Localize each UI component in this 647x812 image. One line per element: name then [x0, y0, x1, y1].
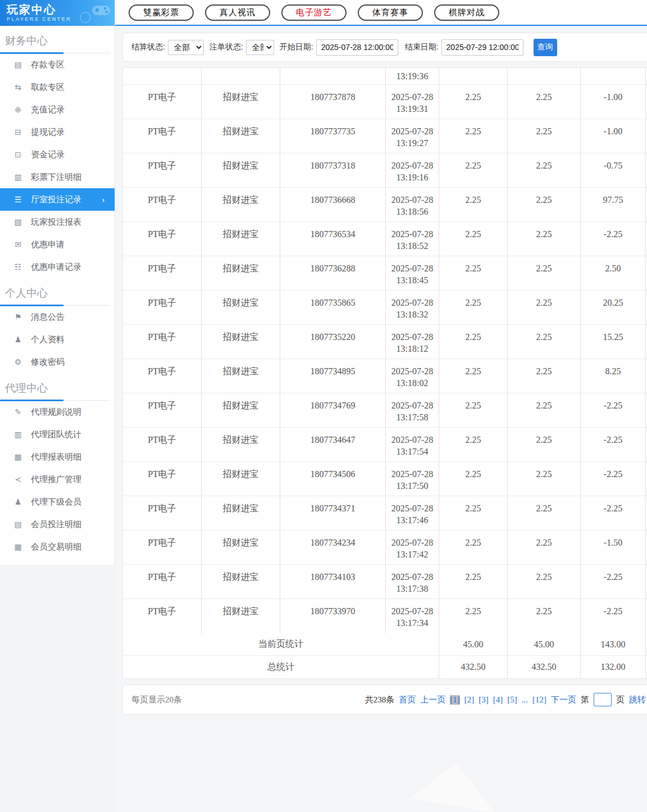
cell-order-no: 1807735220 [280, 325, 385, 359]
settle-status-select[interactable]: 全部 [168, 40, 204, 55]
sidebar-item[interactable]: ✉ 优惠申请 [0, 233, 115, 256]
next-page-link[interactable]: 下一页 [551, 695, 576, 705]
sidebar-item[interactable]: ♟ 代理下级会员 [0, 491, 115, 513]
page-number-link[interactable]: [2] [464, 695, 475, 705]
page-summary-label: 当前页统计 [123, 633, 439, 655]
cell-win-loss: -2.25 [580, 462, 645, 496]
table-row: PT电子 招财进宝 1807735865 2025-07-2813:18:32 … [123, 291, 647, 325]
sidebar-item[interactable]: ⊕ 充值记录 [0, 98, 115, 121]
cell-game-type: PT电子 [123, 222, 201, 256]
cell-order-no: 1807734647 [280, 428, 385, 461]
sidebar-item-label: 存款专区 [31, 60, 65, 70]
cell-datetime: 2025-07-2813:17:46 [385, 496, 439, 530]
page-number-link[interactable]: [1] [450, 695, 460, 705]
gear-icon: ⚙ [13, 357, 22, 366]
cell-datetime: 2025-07-2813:17:54 [385, 428, 439, 461]
sidebar-item-label: 取款专区 [31, 82, 65, 93]
sidebar-item-label: 代理规则说明 [31, 407, 81, 418]
table-row: PT电子 招财进宝 1807734103 2025-07-2813:17:38 … [123, 565, 647, 599]
page-number-link[interactable]: [3] [479, 695, 489, 705]
sidebar-item[interactable]: ♟ 个人资料 [0, 328, 115, 351]
jump-page-input[interactable] [594, 693, 612, 706]
sidebar-item[interactable]: ⊡ 资金记录 [0, 143, 115, 166]
sidebar: 玩家中心 PLAYERS CENTER 财务中心 ▤ 存款专区 [0, 0, 115, 565]
sidebar-item-label: 玩家投注报表 [31, 217, 81, 228]
sidebar-item[interactable]: ⚑ 消息公告 [0, 306, 115, 328]
deposit-icon: ▤ [13, 60, 22, 69]
page-number-link[interactable]: [4] [493, 695, 503, 705]
sidebar-item[interactable]: ≺ 代理推广管理 [0, 468, 115, 491]
cell-bet-amount: 2.25 [439, 565, 507, 598]
page-summary-result: 143.00 [580, 633, 645, 655]
top-nav-tab[interactable]: 体育赛事 [358, 4, 423, 21]
gamepad-icon [78, 2, 111, 24]
sidebar-item[interactable]: ▤ 会员投注明细 [0, 513, 115, 536]
table-row: PT电子 招财进宝 1807736668 2025-07-2813:18:56 … [123, 188, 647, 222]
cell-datetime: 2025-07-2813:19:27 [385, 119, 439, 153]
cell-datetime: 2025-07-2813:18:32 [385, 291, 439, 324]
cell-valid-bet: 2.25 [507, 428, 580, 461]
sidebar-item[interactable]: ▧ 玩家投注报表 [0, 211, 115, 233]
per-page-label: 每页显示20条 [131, 695, 182, 705]
section-title: 财务中心 [0, 26, 115, 53]
sidebar-item[interactable]: ⇆ 取款专区 [0, 76, 115, 98]
table-row: PT电子 招财进宝 1807734769 2025-07-2813:17:58 … [123, 393, 647, 428]
cell-game-name: 招财进宝 [201, 428, 280, 461]
cell-valid-bet: 2.25 [507, 188, 580, 221]
first-page-link[interactable]: 首页 [399, 695, 416, 705]
top-nav-tab[interactable]: 真人视讯 [205, 4, 270, 21]
cell-game-type: PT电子 [123, 188, 201, 221]
cell-bet-amount: 2.25 [439, 188, 507, 221]
section-title: 代理中心 [0, 373, 115, 400]
pagination-bar: 每页显示20条 共238条 首页 上一页 [1][2][3][4][5] ...… [122, 684, 647, 715]
top-nav-tab[interactable]: 雙赢彩票 [129, 4, 194, 21]
cell-game-name: 招财进宝 [201, 565, 280, 598]
player-bet-report-icon: ▧ [13, 217, 22, 226]
sidebar-item-label: 消息公告 [31, 312, 65, 323]
cell-order-no: 1807736288 [280, 256, 385, 290]
total-summary-row: 总统计 432.50 432.50 132.00 [123, 656, 647, 678]
sidebar-item[interactable]: ⊟ 提现记录 [0, 121, 115, 143]
sidebar-item[interactable]: ☷ 优惠申请记录 [0, 256, 115, 278]
sidebar-item[interactable]: ▦ 会员交易明细 [0, 536, 115, 558]
cell-game-type: PT电子 [123, 599, 201, 633]
sidebar-item[interactable]: ▤ 存款专区 [0, 53, 115, 76]
start-date-input[interactable] [316, 39, 398, 56]
cell-order-no: 1807736534 [280, 222, 385, 256]
cell-time: 13:19:36 [385, 68, 439, 84]
bet-records-table: 13:19:36 PT电子 招财进宝 1807737878 2025-07-28… [122, 67, 647, 679]
sidebar-item[interactable]: ⚙ 修改密码 [0, 351, 115, 373]
sidebar-item[interactable]: ▥ 代理团队统计 [0, 423, 115, 446]
sidebar-item[interactable]: ▥ 彩票下注明细 [0, 166, 115, 188]
cell-datetime: 2025-07-2813:17:58 [385, 393, 439, 427]
brand-header: 玩家中心 PLAYERS CENTER [0, 0, 115, 26]
sidebar-item[interactable]: ✎ 代理规则说明 [0, 401, 115, 423]
sidebar-item-label: 充值记录 [31, 105, 65, 115]
end-date-input[interactable] [441, 39, 523, 56]
cell-valid-bet: 2.25 [507, 462, 580, 496]
sidebar-item-label: 代理报表明细 [31, 452, 81, 462]
lottery-bet-detail-icon: ▥ [13, 173, 22, 182]
sidebar-item[interactable]: ☰ 厅室投注记录 › [0, 188, 115, 211]
prev-page-link[interactable]: 上一页 [420, 695, 445, 705]
cell-datetime: 2025-07-2813:17:50 [385, 462, 439, 496]
cell-game-type: PT电子 [123, 85, 201, 119]
jump-button[interactable]: 跳转 [629, 695, 646, 705]
sidebar-item-label: 会员交易明细 [31, 542, 81, 552]
agent-team-stats-icon: ▥ [13, 430, 22, 439]
top-nav-tab[interactable]: 电子游艺 [281, 4, 347, 21]
top-nav-tab[interactable]: 棋牌对战 [434, 4, 499, 21]
query-button[interactable]: 查询 [534, 39, 557, 56]
funds-record-icon: ⊡ [13, 150, 22, 159]
cell-datetime: 2025-07-2813:19:16 [385, 153, 439, 187]
top-nav: 雙赢彩票真人视讯电子游艺体育赛事棋牌对战 [115, 0, 647, 26]
cell-game-type: PT电子 [123, 256, 201, 290]
cell-win-loss: 15.25 [580, 325, 645, 359]
cell-game-type: PT电子 [123, 393, 201, 427]
last-page-link[interactable]: [12] [532, 695, 546, 705]
sidebar-item[interactable]: ▦ 代理报表明细 [0, 446, 115, 468]
page-number-link[interactable]: [5] [507, 695, 517, 705]
sidebar-item-label: 代理团队统计 [31, 429, 81, 440]
cell-win-loss: -2.25 [580, 565, 645, 598]
order-status-select[interactable]: 全部 [246, 40, 274, 55]
